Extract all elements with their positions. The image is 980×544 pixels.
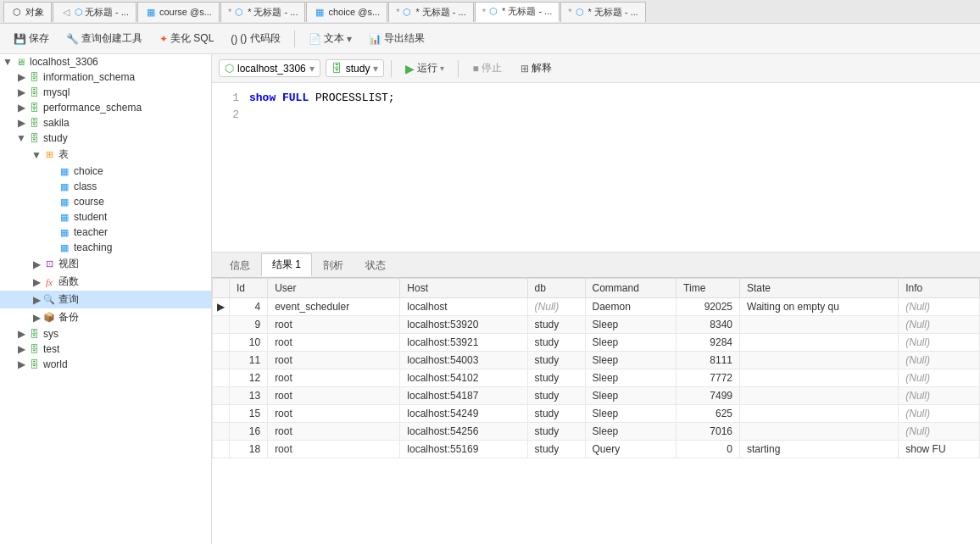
- sidebar-item-table-class[interactable]: ▦ class: [0, 179, 211, 194]
- sidebar-item-sys[interactable]: ▶ 🗄 sys: [0, 326, 211, 341]
- table-row[interactable]: 11 root localhost:54003 study Sleep 8111…: [213, 352, 980, 369]
- sidebar-item-world[interactable]: ▶ 🗄 world: [0, 357, 211, 372]
- table-row[interactable]: ▶ 4 event_scheduler localhost (Null) Dae…: [213, 298, 980, 316]
- col-info[interactable]: Info: [899, 279, 980, 298]
- sidebar-item-table-teacher[interactable]: ▦ teacher: [0, 225, 211, 240]
- sidebar-item-root[interactable]: ▼ 🖥 localhost_3306: [0, 54, 211, 69]
- cell-command: Sleep: [585, 405, 677, 423]
- export-icon: 📊: [369, 33, 381, 45]
- code-block-button[interactable]: () () 代码段: [224, 29, 287, 48]
- table-row[interactable]: 18 root localhost:55169 study Query 0 st…: [213, 441, 980, 458]
- expand-icon: ▶: [31, 276, 42, 288]
- tab-untitled5[interactable]: * ⬡ * 无标题 - ...: [560, 2, 646, 22]
- cell-time: 9284: [677, 334, 740, 352]
- db-icon: 🗄: [27, 328, 41, 340]
- tab-profile[interactable]: 剖析: [312, 254, 354, 276]
- server-icon: 🖥: [14, 56, 27, 68]
- col-host[interactable]: Host: [400, 279, 527, 298]
- obj-icon: ⬡: [11, 7, 23, 17]
- col-db[interactable]: db: [527, 279, 585, 298]
- row-arrow: ▶: [213, 298, 230, 316]
- sidebar-item-table-course[interactable]: ▦ course: [0, 194, 211, 209]
- stop-button[interactable]: ■ 停止: [465, 58, 508, 78]
- sidebar-item-performance-schema[interactable]: ▶ 🗄 performance_schema: [0, 100, 211, 115]
- query-builder-button[interactable]: 🔧 查询创建工具: [59, 29, 149, 48]
- sidebar-item-study[interactable]: ▼ 🗄 study: [0, 130, 211, 146]
- db-icon-study: 🗄: [27, 132, 41, 144]
- db-icon: 🗄: [27, 71, 41, 83]
- cell-db: study: [527, 387, 585, 405]
- col-state[interactable]: State: [740, 279, 899, 298]
- query-toolbar: ⬡ localhost_3306 ▾ 🗄 study ▾ ▶ 运行 ▾ ■ 停止: [212, 54, 980, 83]
- query-icon: 🔍: [42, 294, 56, 306]
- tab-untitled1[interactable]: ◁ ⬡ 无标题 - ...: [53, 2, 136, 22]
- connection-select[interactable]: ⬡ localhost_3306 ▾: [219, 59, 320, 77]
- cell-command: Sleep: [585, 369, 677, 387]
- col-command[interactable]: Command: [585, 279, 677, 298]
- beautify-icon: ✦: [159, 33, 168, 45]
- text-button[interactable]: 📄 文本 ▾: [302, 29, 359, 48]
- cell-user: root: [268, 352, 400, 369]
- table-row[interactable]: 12 root localhost:54102 study Sleep 7772…: [213, 369, 980, 387]
- table-icon: ▦: [58, 241, 71, 253]
- sidebar-item-table-teaching[interactable]: ▦ teaching: [0, 240, 211, 255]
- sidebar-item-table-student[interactable]: ▦ student: [0, 209, 211, 225]
- cell-user: root: [268, 334, 400, 352]
- sidebar-item-table-choice[interactable]: ▦ choice: [0, 164, 211, 179]
- col-user[interactable]: User: [268, 279, 400, 298]
- cell-state: [740, 334, 899, 352]
- sidebar-item-backup-group[interactable]: ▶ 📦 备份: [0, 308, 211, 326]
- table-icon: ▦: [58, 165, 71, 177]
- tab-course[interactable]: ▦ course @s...: [137, 2, 220, 22]
- table-row[interactable]: 13 root localhost:54187 study Sleep 7499…: [213, 387, 980, 405]
- sidebar-item-information-schema[interactable]: ▶ 🗄 information_schema: [0, 69, 211, 85]
- builder-icon: 🔧: [66, 33, 79, 45]
- tab-object[interactable]: ⬡ 对象: [3, 2, 52, 22]
- save-button[interactable]: 💾 保存: [7, 29, 56, 48]
- tab-untitled2[interactable]: * ⬡ * 无标题 - ...: [220, 2, 306, 22]
- database-select[interactable]: 🗄 study ▾: [326, 59, 385, 77]
- table-row[interactable]: 9 root localhost:53920 study Sleep 8340 …: [213, 316, 980, 334]
- cell-host: localhost:54249: [400, 405, 527, 423]
- sidebar-item-test[interactable]: ▶ 🗄 test: [0, 341, 211, 357]
- expand-icon: ▶: [15, 86, 27, 98]
- cell-info: (Null): [899, 423, 980, 441]
- export-button[interactable]: 📊 导出结果: [362, 29, 432, 48]
- row-arrow: [213, 369, 230, 387]
- sidebar-item-tables-group[interactable]: ▼ ⊞ 表: [0, 146, 211, 164]
- query-sep: [391, 60, 392, 77]
- tab-choice[interactable]: ▦ choice @s...: [306, 2, 387, 22]
- beautify-button[interactable]: ✦ 美化 SQL: [153, 29, 220, 48]
- tab-status[interactable]: 状态: [354, 254, 397, 276]
- col-time[interactable]: Time: [677, 279, 740, 298]
- toolbar-separator: [294, 31, 295, 47]
- editor-line-1: 1 show FULL PROCESSLIST;: [212, 90, 980, 107]
- explain-button[interactable]: ⊞ 解释: [514, 58, 559, 78]
- expand-icon: ▶: [15, 328, 27, 340]
- cell-db: study: [527, 405, 585, 423]
- col-id[interactable]: Id: [230, 279, 268, 298]
- cell-id: 18: [230, 441, 268, 458]
- result-area[interactable]: Id User Host db Command Time State Info …: [212, 278, 980, 544]
- cell-command: Sleep: [585, 423, 677, 441]
- db-icon: 🗄: [27, 117, 41, 129]
- func-icon: fx: [42, 276, 56, 288]
- editor-area[interactable]: 1 show FULL PROCESSLIST; 2: [212, 83, 980, 253]
- tab-untitled4[interactable]: * ⬡ * 无标题 - ...: [475, 2, 560, 22]
- sidebar-item-mysql[interactable]: ▶ 🗄 mysql: [0, 85, 211, 100]
- cell-time: 7772: [677, 369, 740, 387]
- sidebar-item-sakila[interactable]: ▶ 🗄 sakila: [0, 115, 211, 130]
- table-row[interactable]: 16 root localhost:54256 study Sleep 7016…: [213, 423, 980, 441]
- cell-command: Sleep: [585, 387, 677, 405]
- sidebar-item-funcs-group[interactable]: ▶ fx 函数: [0, 273, 211, 291]
- sidebar-item-views-group[interactable]: ▶ ⊡ 视图: [0, 255, 211, 273]
- tab-untitled3[interactable]: * ⬡ * 无标题 - ...: [388, 2, 474, 22]
- sidebar-item-query-group[interactable]: ▶ 🔍 查询: [0, 291, 211, 308]
- tab-info[interactable]: 信息: [219, 254, 261, 276]
- table-row[interactable]: 15 root localhost:54249 study Sleep 625 …: [213, 405, 980, 423]
- db-icon: 🗄: [27, 86, 41, 98]
- run-button[interactable]: ▶ 运行 ▾: [398, 58, 451, 78]
- table-row[interactable]: 10 root localhost:53921 study Sleep 9284…: [213, 334, 980, 352]
- cell-time: 8111: [677, 352, 740, 369]
- tab-result1[interactable]: 结果 1: [261, 253, 312, 276]
